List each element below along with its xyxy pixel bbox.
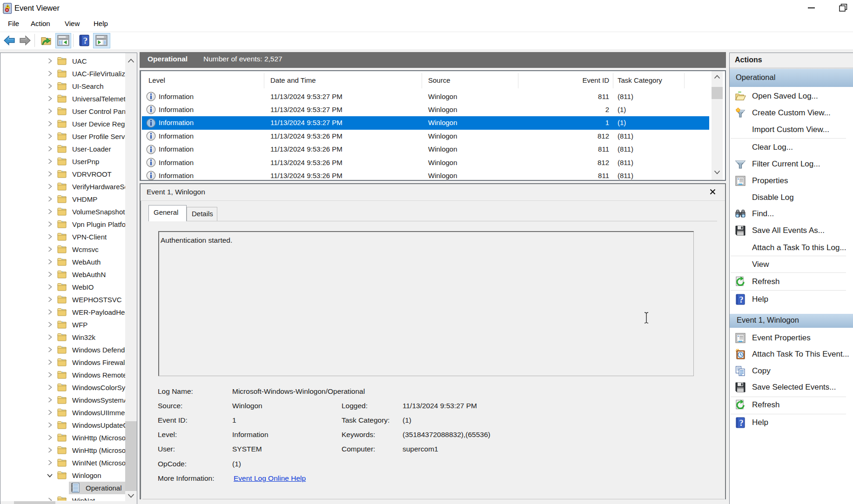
svg-text:?: ? bbox=[83, 36, 88, 46]
svg-text:?: ? bbox=[739, 418, 744, 428]
svg-text:?: ? bbox=[739, 295, 744, 305]
